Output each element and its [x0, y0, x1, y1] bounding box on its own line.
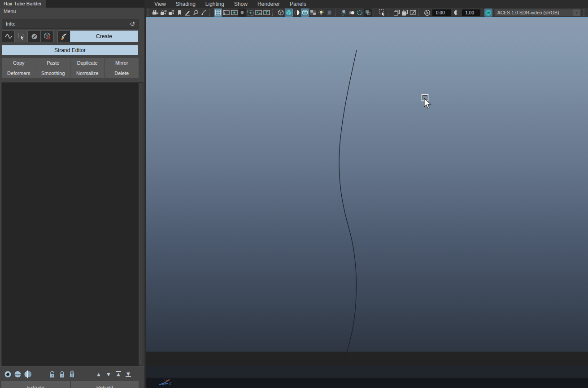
- move-down-button[interactable]: ▼: [104, 370, 113, 379]
- toolbar-separator: [418, 9, 422, 16]
- lock-button[interactable]: [58, 370, 67, 379]
- safe-title-button[interactable]: [262, 9, 270, 17]
- anti-aliasing-icon: [357, 9, 363, 16]
- gamma-field[interactable]: 1.00: [462, 9, 481, 16]
- menu-shading[interactable]: Shading: [171, 1, 200, 7]
- axis-y-label: y: [161, 372, 164, 376]
- normalize-button[interactable]: Normalize: [70, 68, 105, 78]
- viewport-canvas[interactable]: [146, 18, 588, 352]
- move-to-bottom-button[interactable]: ▼: [124, 370, 133, 379]
- paint-tool-button[interactable]: [200, 9, 208, 17]
- grease-pencil-icon: [184, 9, 191, 16]
- strand-list-area[interactable]: [1, 82, 144, 366]
- colorspace-value: ACES 1.0 SDR-video (sRGB): [495, 10, 573, 15]
- menu-show[interactable]: Show: [229, 1, 253, 7]
- gamma-button[interactable]: [453, 9, 461, 17]
- create-button[interactable]: Create: [70, 31, 138, 42]
- sphere-half-button[interactable]: [23, 370, 32, 379]
- camera-attributes-button[interactable]: [167, 9, 175, 17]
- menu-view[interactable]: View: [149, 1, 171, 7]
- unlock-button[interactable]: [48, 370, 57, 379]
- default-lighting-icon: [318, 9, 324, 16]
- depth-of-field-button[interactable]: [364, 9, 372, 17]
- surface-slash-button[interactable]: [28, 31, 41, 42]
- viewport-lower-band: [146, 352, 588, 366]
- hair-tube-builder-panel: Hair Tube Builder Menu Info: ↺: [0, 0, 144, 388]
- bookmark-button[interactable]: [175, 9, 183, 17]
- mirror-button[interactable]: Mirror: [105, 58, 139, 68]
- grip-handle[interactable]: [584, 9, 585, 16]
- sphere-equator-icon: [14, 370, 22, 378]
- duplicate-button[interactable]: Duplicate: [70, 58, 105, 68]
- isolate-select-button[interactable]: [378, 9, 386, 17]
- menu-renderer[interactable]: Renderer: [253, 1, 285, 7]
- move-to-top-button[interactable]: ▲: [114, 370, 123, 379]
- film-gate-button[interactable]: [222, 9, 230, 17]
- grip-handle[interactable]: [148, 9, 149, 16]
- exposure-icon: [424, 9, 431, 16]
- sphere-center-button[interactable]: [3, 370, 12, 379]
- safe-action-icon: [255, 10, 262, 15]
- move-up-button[interactable]: ▲: [94, 370, 103, 379]
- copy-button[interactable]: Copy: [2, 58, 36, 68]
- exposure-button[interactable]: [423, 9, 431, 17]
- sphere-half-icon: [24, 370, 31, 378]
- anti-aliasing-button[interactable]: [356, 9, 364, 17]
- strand-brush-button[interactable]: [57, 31, 70, 42]
- menu-panels[interactable]: Panels: [285, 1, 311, 7]
- field-chart-button[interactable]: [246, 9, 254, 17]
- curve-tool-button[interactable]: [2, 31, 15, 42]
- sphere-equator-button[interactable]: [13, 370, 22, 379]
- wireframe-button[interactable]: [277, 9, 285, 17]
- grid-toggle-icon: [215, 9, 221, 16]
- shaded-button[interactable]: [285, 9, 293, 17]
- camera-lock-button[interactable]: [159, 9, 167, 17]
- exposure-field[interactable]: 0.00: [432, 9, 451, 16]
- colorspace-dropdown[interactable]: ACES 1.0 SDR-video (sRGB) ▼: [494, 9, 581, 16]
- move-up-icon: ▲: [96, 371, 102, 377]
- shadows-button[interactable]: [325, 9, 333, 17]
- panel-copy-button[interactable]: [392, 9, 401, 17]
- tab-hair-tube-builder[interactable]: Hair Tube Builder: [0, 0, 46, 8]
- camera-button[interactable]: [151, 9, 159, 17]
- delete-button[interactable]: Delete: [105, 68, 139, 78]
- strand-list-scrollbar[interactable]: [139, 83, 143, 366]
- pan-zoom-button[interactable]: [192, 9, 200, 17]
- camera-icon: [152, 10, 159, 15]
- on-icon: ON: [485, 10, 491, 16]
- snapshot-button[interactable]: [409, 9, 417, 17]
- paste-button[interactable]: Paste: [36, 58, 70, 68]
- chevron-down-icon: ▼: [573, 9, 580, 16]
- marquee-select-button[interactable]: [15, 31, 28, 42]
- panel-menu[interactable]: Menu: [0, 8, 144, 15]
- toolbar-separator: [374, 9, 377, 16]
- transparency-button[interactable]: [309, 9, 317, 17]
- strand-editor-button[interactable]: Strand Editor: [2, 45, 138, 55]
- camera-lock-icon: [160, 10, 167, 16]
- info-label: Info:: [6, 21, 15, 26]
- smoothing-button[interactable]: Smoothing: [36, 68, 70, 78]
- grease-pencil-button[interactable]: [183, 9, 192, 17]
- refresh-icon[interactable]: ↺: [130, 21, 135, 27]
- menu-lighting[interactable]: Lighting: [200, 1, 229, 7]
- viewport-lower-band: [146, 366, 588, 378]
- motion-blur-icon: [348, 10, 355, 16]
- resolution-gate-button[interactable]: [230, 9, 238, 17]
- deformers-button[interactable]: Deformers: [2, 68, 36, 78]
- panel-stack-button[interactable]: [401, 9, 409, 17]
- panel-bottom-toolbar: ▲ ▼ ▲ ▼: [0, 366, 144, 381]
- motion-blur-button[interactable]: [348, 9, 356, 17]
- grid-toggle-button[interactable]: [214, 9, 222, 17]
- color-management-toggle[interactable]: ON: [484, 9, 492, 17]
- lock-axis-button[interactable]: [68, 370, 77, 379]
- isolate-select-icon: [379, 9, 386, 16]
- wireframe-on-shaded-button[interactable]: [301, 9, 309, 17]
- safe-action-button[interactable]: [254, 9, 262, 17]
- extrude-button[interactable]: Extrude: [1, 381, 70, 388]
- rebuild-button[interactable]: Rebuild: [71, 381, 139, 388]
- ssao-button[interactable]: [340, 9, 348, 17]
- textured-button[interactable]: [293, 9, 301, 17]
- default-lighting-button[interactable]: [317, 9, 325, 17]
- locked-cube-button[interactable]: [41, 31, 54, 42]
- gate-mask-button[interactable]: [238, 9, 246, 17]
